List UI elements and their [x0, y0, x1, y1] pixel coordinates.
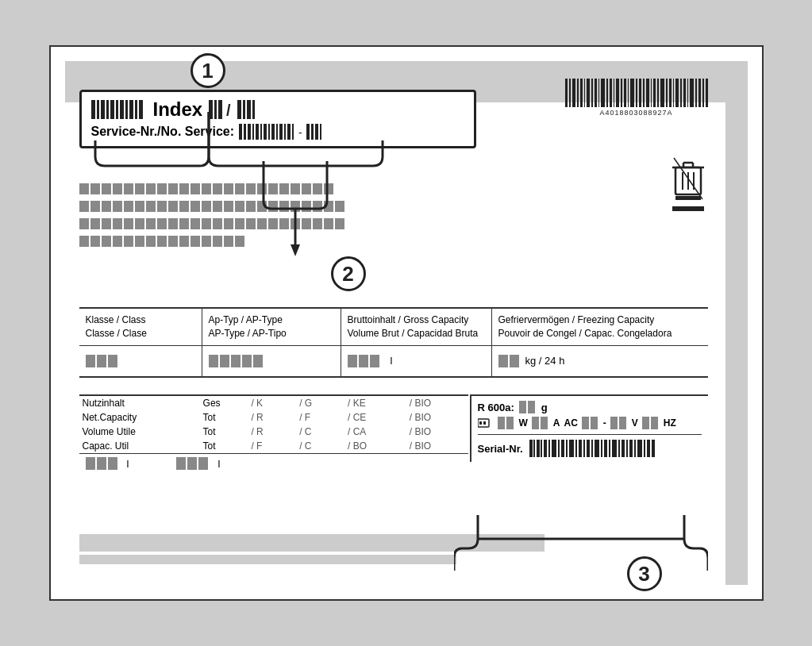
hz-label: HZ — [664, 417, 676, 429]
svg-rect-220 — [575, 440, 577, 457]
stripe-row-2 — [79, 201, 381, 212]
svg-rect-237 — [647, 440, 650, 457]
svg-rect-238 — [652, 440, 655, 457]
svg-rect-20 — [639, 79, 641, 107]
svg-rect-199 — [498, 417, 505, 429]
svg-rect-7 — [591, 79, 593, 107]
svg-rect-193 — [198, 457, 208, 470]
svg-rect-209 — [529, 440, 533, 457]
svg-rect-61 — [214, 100, 217, 119]
net-ges: Ges — [200, 396, 248, 410]
svg-rect-210 — [533, 440, 535, 457]
net-f2: / F — [248, 439, 296, 453]
svg-rect-104 — [246, 183, 256, 194]
svg-rect-135 — [335, 201, 344, 212]
svg-rect-165 — [135, 236, 144, 247]
svg-rect-230 — [618, 440, 620, 457]
svg-rect-126 — [235, 201, 244, 212]
svg-rect-133 — [313, 201, 322, 212]
svg-rect-164 — [124, 236, 133, 247]
weee-bar — [672, 206, 704, 211]
svg-rect-72 — [256, 124, 259, 140]
svg-rect-167 — [157, 236, 167, 247]
r600-unit: g — [541, 402, 548, 413]
right-panel: R 600a: g W — [470, 394, 708, 462]
svg-rect-11 — [606, 79, 608, 107]
svg-rect-138 — [102, 218, 111, 229]
svg-rect-215 — [552, 440, 556, 457]
svg-rect-202 — [541, 417, 548, 429]
svg-rect-120 — [168, 201, 178, 212]
stripe-row-4 — [79, 236, 286, 247]
svg-rect-112 — [79, 201, 89, 212]
svg-rect-64 — [237, 100, 241, 119]
svg-rect-169 — [179, 236, 189, 247]
svg-rect-227 — [604, 440, 607, 457]
bottom-section — [79, 534, 708, 571]
net-g: / G — [296, 396, 344, 410]
svg-rect-95 — [146, 183, 156, 194]
svg-rect-226 — [601, 440, 602, 457]
svg-rect-56 — [125, 100, 128, 119]
watt-block — [498, 417, 515, 429]
svg-rect-184 — [359, 355, 368, 367]
ac-label: AC — [564, 417, 578, 429]
svg-rect-109 — [302, 183, 311, 194]
index-label: Index — [153, 98, 203, 121]
serial-barcode — [529, 440, 656, 457]
net-tot3: Tot — [200, 439, 248, 453]
svg-rect-74 — [264, 124, 267, 140]
svg-rect-47 — [675, 196, 701, 200]
svg-rect-219 — [569, 440, 574, 457]
svg-rect-103 — [235, 183, 244, 194]
svg-rect-127 — [246, 201, 256, 212]
svg-rect-198 — [483, 421, 486, 425]
svg-rect-190 — [108, 457, 117, 470]
svg-rect-92 — [113, 183, 122, 194]
svg-rect-78 — [279, 124, 283, 140]
svg-text:-: - — [298, 126, 302, 139]
svg-line-48 — [674, 158, 702, 199]
svg-rect-94 — [135, 183, 144, 194]
svg-rect-21 — [643, 79, 645, 107]
svg-rect-119 — [157, 201, 167, 212]
svg-rect-173 — [224, 236, 233, 247]
svg-rect-68 — [239, 124, 242, 140]
barcode-lines — [565, 79, 708, 107]
cell-aptype — [202, 346, 341, 376]
svg-rect-152 — [257, 218, 267, 229]
svg-rect-187 — [510, 355, 519, 367]
a-label: A — [553, 417, 560, 429]
svg-rect-117 — [135, 201, 144, 212]
svg-rect-30 — [675, 79, 679, 107]
net-row-3: Volume Utile Tot / R / C / CA / BIO — [79, 425, 468, 439]
svg-rect-26 — [660, 79, 664, 107]
svg-rect-101 — [213, 183, 222, 194]
svg-rect-137 — [90, 218, 100, 229]
svg-rect-140 — [124, 218, 133, 229]
svg-rect-13 — [614, 79, 614, 107]
svg-rect-180 — [231, 355, 241, 367]
svg-rect-208 — [651, 417, 658, 429]
info-box: Index / Service-Nr./No. Service: — [79, 90, 476, 148]
svg-rect-51 — [101, 100, 105, 119]
net-row-1: Nutzinhalt Ges / K / G / KE / BIO — [79, 396, 468, 410]
svg-rect-234 — [634, 440, 636, 457]
svg-rect-161 — [90, 236, 100, 247]
svg-rect-97 — [168, 183, 178, 194]
svg-rect-9 — [598, 79, 599, 107]
net-label-2: Net.Capacity — [79, 410, 200, 425]
svg-rect-113 — [90, 201, 100, 212]
svg-rect-168 — [168, 236, 178, 247]
svg-rect-60 — [209, 100, 213, 119]
table-header: Klasse / Class Classe / Clase Ap-Typ / A… — [79, 309, 708, 346]
svg-rect-139 — [113, 218, 122, 229]
svg-rect-16 — [624, 79, 626, 107]
net-bio3: / BIO — [406, 425, 468, 439]
svg-rect-24 — [653, 79, 656, 107]
svg-rect-172 — [213, 236, 222, 247]
svg-rect-54 — [116, 100, 118, 119]
svg-rect-114 — [102, 201, 111, 212]
svg-rect-80 — [287, 124, 291, 140]
svg-rect-125 — [224, 201, 233, 212]
